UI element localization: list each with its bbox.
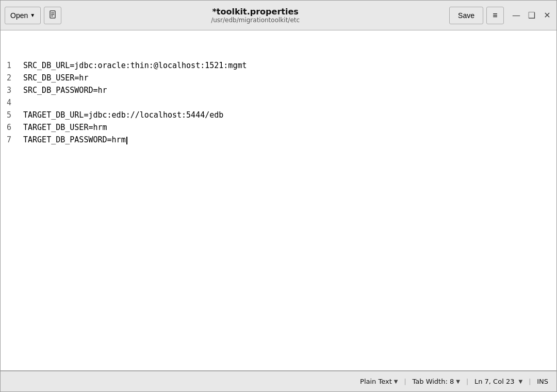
line-number: 2 bbox=[7, 72, 18, 84]
titlebar: Open ▼ *toolkit.properties /usr/edb/migr… bbox=[1, 1, 556, 30]
sep2: | bbox=[466, 378, 468, 385]
attachment-button[interactable] bbox=[44, 7, 61, 24]
tab-width-label: Tab Width: 8 bbox=[413, 378, 454, 385]
close-button[interactable]: ✕ bbox=[542, 10, 552, 20]
text-cursor bbox=[126, 137, 127, 144]
table-row: 4 bbox=[7, 96, 550, 109]
mode-label: INS bbox=[537, 378, 548, 385]
file-type-item[interactable]: Plain Text ▼ bbox=[360, 378, 398, 385]
line-number: 3 bbox=[7, 84, 18, 96]
line-content: SRC_DB_USER=hr bbox=[23, 72, 88, 84]
open-button[interactable]: Open ▼ bbox=[5, 7, 41, 24]
mode-item: INS bbox=[537, 378, 548, 385]
attachment-icon bbox=[48, 10, 57, 21]
line-number: 1 bbox=[7, 59, 18, 72]
tab-width-arrow: ▼ bbox=[456, 379, 460, 384]
position-arrow[interactable]: ▼ bbox=[518, 379, 522, 384]
save-label: Save bbox=[458, 11, 474, 20]
line-content: TARGET_DB_USER=hrm bbox=[23, 121, 107, 134]
file-type-label: Plain Text bbox=[360, 378, 392, 385]
table-row: 5TARGET_DB_URL=jdbc:edb://localhost:5444… bbox=[7, 109, 550, 121]
line-number: 5 bbox=[7, 109, 18, 121]
maximize-button[interactable]: ❑ bbox=[527, 10, 537, 20]
window-controls: — ❑ ✕ bbox=[511, 10, 552, 20]
titlebar-right: Save ≡ — ❑ ✕ bbox=[449, 7, 552, 24]
position-label: Ln 7, Col 23 bbox=[474, 378, 514, 385]
window-subtitle: /usr/edb/migrationtoolkit/etc bbox=[211, 17, 300, 24]
line-number: 7 bbox=[7, 134, 18, 146]
minimize-button[interactable]: — bbox=[511, 10, 521, 20]
window-title: *toolkit.properties bbox=[212, 7, 298, 17]
sep1: | bbox=[404, 378, 406, 385]
menu-icon: ≡ bbox=[493, 11, 497, 20]
table-row: 1SRC_DB_URL=jdbc:oracle:thin:@localhost:… bbox=[7, 59, 550, 72]
table-row: 6TARGET_DB_USER=hrm bbox=[7, 121, 550, 134]
titlebar-center: *toolkit.properties /usr/edb/migrationto… bbox=[64, 7, 446, 24]
line-number: 4 bbox=[7, 96, 18, 109]
line-content: SRC_DB_PASSWORD=hr bbox=[23, 84, 107, 96]
table-row: 3SRC_DB_PASSWORD=hr bbox=[7, 84, 550, 96]
open-dropdown-arrow: ▼ bbox=[30, 12, 35, 18]
line-content: TARGET_DB_PASSWORD=hrm bbox=[23, 134, 127, 146]
line-number: 6 bbox=[7, 121, 18, 134]
file-type-arrow: ▼ bbox=[394, 379, 398, 384]
tab-width-item[interactable]: Tab Width: 8 ▼ bbox=[413, 378, 460, 385]
table-row: 7TARGET_DB_PASSWORD=hrm bbox=[7, 134, 550, 146]
save-button[interactable]: Save bbox=[449, 7, 483, 24]
editor-area[interactable]: 1SRC_DB_URL=jdbc:oracle:thin:@localhost:… bbox=[1, 30, 556, 371]
line-content: TARGET_DB_URL=jdbc:edb://localhost:5444/… bbox=[23, 109, 223, 121]
line-content: SRC_DB_URL=jdbc:oracle:thin:@localhost:1… bbox=[23, 59, 247, 72]
code-content[interactable]: 1SRC_DB_URL=jdbc:oracle:thin:@localhost:… bbox=[1, 35, 556, 146]
position-item: Ln 7, Col 23 bbox=[474, 378, 514, 385]
menu-button[interactable]: ≡ bbox=[486, 7, 504, 24]
titlebar-left: Open ▼ bbox=[5, 7, 61, 24]
sep3: | bbox=[529, 378, 531, 385]
table-row: 2SRC_DB_USER=hr bbox=[7, 72, 550, 84]
statusbar: Plain Text ▼ | Tab Width: 8 ▼ | Ln 7, Co… bbox=[1, 371, 556, 391]
open-label: Open bbox=[10, 11, 28, 20]
